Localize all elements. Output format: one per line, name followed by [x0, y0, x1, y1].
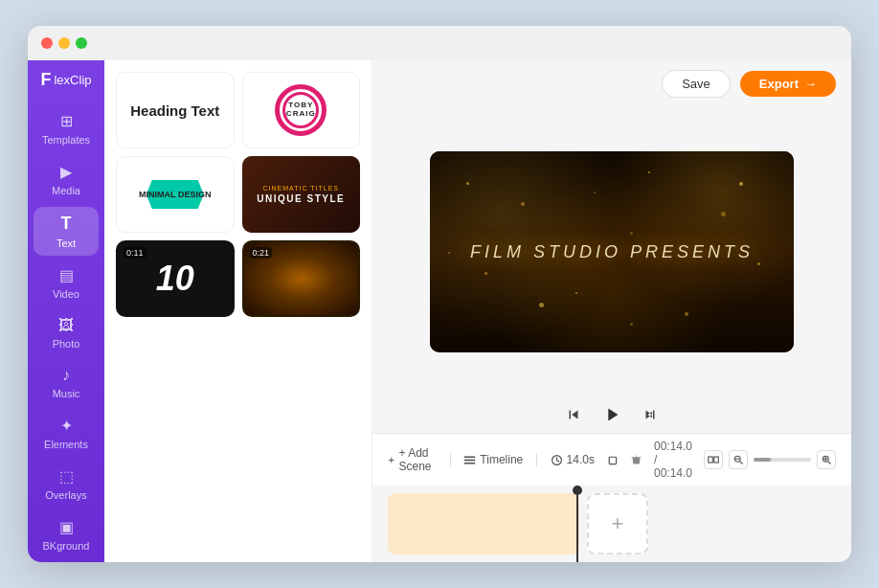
minimal-text-label: MINIMAL DESIGN — [139, 190, 211, 200]
svg-rect-4 — [464, 462, 475, 464]
svg-rect-3 — [464, 459, 475, 461]
template-heading-text[interactable]: Heading Text — [116, 72, 235, 148]
zoom-fit-button[interactable] — [704, 450, 723, 469]
maximize-button[interactable] — [76, 37, 87, 49]
duration-value: 14.0s — [567, 453, 595, 466]
logo-text: lexClip — [54, 73, 91, 87]
sidebar-item-bkground[interactable]: ▣ BKground — [34, 511, 99, 558]
add-icon: + — [612, 511, 624, 536]
timeline-bar: + Add Scene Timeline 14.0s 00 — [372, 433, 851, 486]
export-button[interactable]: Export → — [740, 71, 836, 97]
svg-rect-8 — [714, 457, 719, 463]
zoom-in-button[interactable] — [817, 450, 836, 469]
svg-rect-1 — [389, 460, 394, 461]
sidebar-item-media[interactable]: ▶ Media — [34, 156, 99, 203]
sidebar-item-templates-label: Templates — [42, 134, 90, 146]
video1-time: 0:11 — [124, 247, 146, 259]
unique-text-label: UNIQUE STYLE — [257, 193, 345, 204]
svg-rect-6 — [609, 457, 616, 464]
sidebar-item-music[interactable]: ♪ Music — [34, 360, 99, 406]
svg-rect-2 — [464, 456, 475, 458]
needle-container — [573, 486, 582, 562]
toby-text: TOBY CRAIG — [275, 102, 327, 119]
sidebar-item-overlays-label: Overlays — [45, 489, 86, 501]
track-scene[interactable] — [388, 493, 579, 554]
template-unique-style[interactable]: CINEMATIC TITLES UNIQUE STYLE — [242, 156, 361, 233]
sidebar-item-templates[interactable]: ⊞ Templates — [34, 105, 99, 152]
logo-f: F — [40, 70, 51, 90]
sidebar-item-elements[interactable]: ✦ Elements — [34, 410, 99, 457]
sidebar-item-bkground-label: BKground — [43, 540, 90, 552]
sidebar: F lexClip ⊞ Templates ▶ Media T Text ▤ V… — [28, 60, 104, 562]
video-icon: ▤ — [59, 266, 74, 284]
content-panel: Heading Text TOBY CRAIG MINIMAL DESIGN — [104, 60, 372, 562]
sidebar-item-text[interactable]: T Text — [34, 207, 99, 256]
timeline-wrapper — [388, 493, 579, 554]
sidebar-item-media-label: Media — [52, 185, 80, 196]
video2-time: 0:21 — [250, 247, 273, 259]
svg-line-10 — [740, 462, 743, 464]
sidebar-item-photo[interactable]: 🖼 Photo — [34, 310, 99, 356]
top-bar: Save Export → — [372, 60, 851, 107]
time-display: 00:14.0 / 00:14.0 — [654, 440, 692, 480]
media-icon: ▶ — [60, 163, 72, 181]
copy-button[interactable] — [606, 454, 619, 466]
playback-controls — [372, 396, 851, 433]
zoom-track — [754, 458, 771, 462]
delete-button[interactable] — [630, 454, 642, 466]
svg-rect-7 — [709, 457, 713, 463]
unique-sublabel: CINEMATIC TITLES — [257, 185, 345, 192]
template-toby-craig[interactable]: TOBY CRAIG — [242, 72, 361, 148]
add-scene-button[interactable]: + Add Scene — [388, 446, 437, 473]
needle-dot — [573, 486, 582, 495]
save-button[interactable]: Save — [662, 70, 731, 98]
template-video-1[interactable]: 0:11 10 — [116, 240, 235, 317]
photo-icon: 🖼 — [58, 317, 74, 334]
heading-text-label: Heading Text — [130, 102, 219, 119]
elements-icon: ✦ — [60, 417, 73, 435]
text-icon: T — [61, 214, 72, 234]
prev-button[interactable] — [565, 406, 582, 423]
next-button[interactable] — [642, 406, 659, 423]
export-label: Export — [759, 77, 799, 91]
svg-line-13 — [828, 462, 831, 464]
preview-title-text: Film Studio Presents — [470, 242, 754, 262]
video-preview: Film Studio Presents — [430, 151, 794, 352]
sidebar-item-elements-label: Elements — [44, 439, 88, 450]
zoom-out-button[interactable] — [729, 450, 748, 469]
play-button[interactable] — [601, 404, 622, 425]
duration-display: 14.0s — [551, 453, 595, 466]
app-window: F lexClip ⊞ Templates ▶ Media T Text ▤ V… — [28, 26, 851, 562]
sidebar-item-video[interactable]: ▤ Video — [34, 260, 99, 306]
sidebar-item-text-label: Text — [56, 237, 76, 249]
video1-number: 10 — [156, 259, 194, 299]
templates-icon: ⊞ — [60, 112, 73, 130]
export-arrow-icon: → — [804, 77, 817, 91]
template-minimal-design[interactable]: MINIMAL DESIGN — [116, 156, 235, 233]
overlays-icon: ⬚ — [59, 467, 74, 486]
app-body: F lexClip ⊞ Templates ▶ Media T Text ▤ V… — [28, 60, 851, 562]
traffic-lights — [41, 37, 87, 49]
template-video-2[interactable]: 0:21 — [242, 240, 361, 317]
timeline-track: + — [372, 486, 851, 562]
zoom-slider[interactable] — [754, 458, 811, 462]
timeline-label: Timeline — [480, 453, 523, 466]
sidebar-item-music-label: Music — [53, 388, 80, 399]
bkground-icon: ▣ — [59, 518, 74, 536]
main-area: Save Export → — [372, 60, 851, 562]
sidebar-item-video-label: Video — [53, 288, 79, 300]
close-button[interactable] — [41, 37, 53, 49]
needle-line — [576, 495, 578, 562]
template-grid: Heading Text TOBY CRAIG MINIMAL DESIGN — [116, 72, 360, 317]
zoom-controls — [704, 450, 836, 469]
add-scene-label: + Add Scene — [399, 446, 438, 473]
sidebar-item-photo-label: Photo — [53, 338, 80, 350]
sidebar-item-overlays[interactable]: ⬚ Overlays — [34, 461, 99, 508]
add-track-button[interactable]: + — [587, 493, 648, 554]
title-bar — [28, 26, 851, 60]
toby-ring: TOBY CRAIG — [275, 84, 327, 136]
minimize-button[interactable] — [58, 37, 70, 49]
app-logo: F lexClip — [40, 70, 91, 90]
preview-area: Film Studio Presents — [372, 107, 851, 396]
timeline-button[interactable]: Timeline — [463, 453, 523, 466]
